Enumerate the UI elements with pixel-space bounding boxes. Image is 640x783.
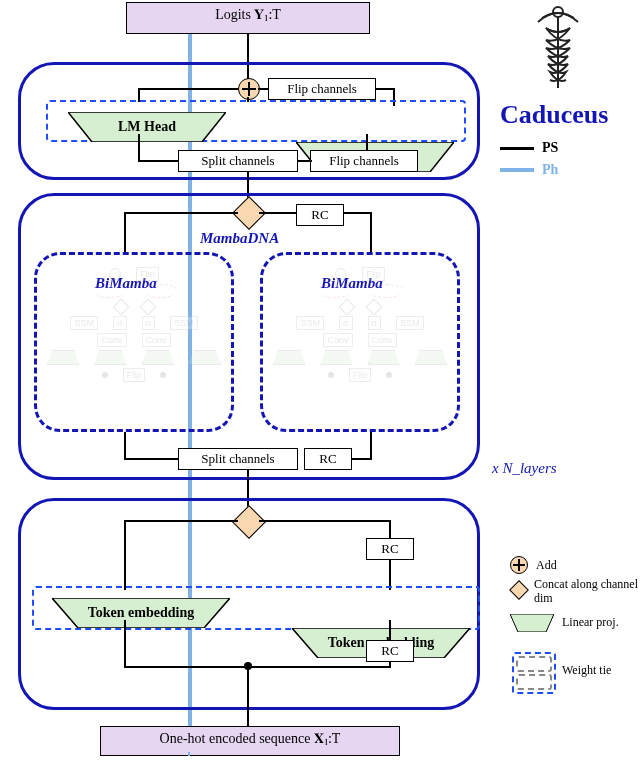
repeat-label: x N_layers bbox=[492, 460, 557, 477]
caduceus-title: Caduceus bbox=[500, 100, 608, 130]
rc-bottom-mamba: RC bbox=[304, 448, 352, 470]
wire bbox=[376, 88, 394, 90]
wire bbox=[124, 458, 178, 460]
weight-tie-icon bbox=[510, 650, 554, 692]
onehot-label: One-hot encoded sequence 𝐗₁:T bbox=[160, 731, 341, 746]
onehot-box: One-hot encoded sequence 𝐗₁:T bbox=[100, 726, 400, 756]
legend-ph: Ph bbox=[500, 162, 558, 178]
rc-top: RC bbox=[296, 204, 344, 226]
wire bbox=[124, 520, 126, 590]
wire bbox=[389, 520, 391, 538]
legend-linear: Linear proj. bbox=[510, 614, 632, 632]
wire bbox=[370, 432, 372, 458]
token-emb-weight-tie-group: Token embedding Token embedding bbox=[32, 586, 480, 630]
wire bbox=[370, 212, 372, 254]
linear-proj-icon bbox=[510, 614, 554, 632]
wire bbox=[124, 620, 126, 666]
bimamba-left: BiMamba Flip SSMσσSSM ConvConv Flip bbox=[34, 252, 234, 432]
wire bbox=[124, 212, 126, 254]
caduceus-symbol bbox=[518, 4, 598, 94]
wire bbox=[366, 134, 368, 150]
legend-weight-tie: Weight tie bbox=[510, 650, 632, 692]
wire bbox=[247, 97, 249, 102]
wire bbox=[138, 160, 178, 162]
wire bbox=[138, 88, 140, 102]
wire bbox=[124, 212, 238, 214]
legend-concat: Concat along channel dim bbox=[510, 578, 638, 606]
bimamba-right: BiMamba Flip SSMσσSSM ConvConv Flip bbox=[260, 252, 460, 432]
wire bbox=[138, 134, 140, 160]
diagram-canvas: Logits 𝐘₁:T Flip channels LM Head LM Hea… bbox=[0, 0, 640, 783]
wire bbox=[389, 620, 391, 640]
svg-marker-6 bbox=[510, 614, 554, 632]
wire bbox=[298, 160, 312, 162]
lmhead-weight-tie-group: LM Head LM Head bbox=[46, 100, 466, 142]
wire bbox=[258, 88, 268, 90]
ph-line-icon bbox=[500, 168, 534, 172]
lm-head-left: LM Head bbox=[68, 112, 226, 142]
wire bbox=[124, 432, 126, 458]
wire bbox=[138, 88, 238, 90]
token-embedding-left: Token embedding bbox=[52, 598, 230, 628]
split-channels-mamba: Split channels bbox=[178, 448, 298, 470]
split-channels-top: Split channels bbox=[178, 150, 298, 172]
wire bbox=[259, 212, 297, 214]
wire bbox=[344, 212, 372, 214]
wire bbox=[350, 458, 372, 460]
rc-bottom-bottom: RC bbox=[366, 640, 414, 662]
add-icon bbox=[238, 78, 260, 100]
mambadna-title: MambaDNA bbox=[200, 230, 279, 247]
flip-channels-bottom: Flip channels bbox=[310, 150, 418, 172]
bimamba-internal-ghost: Flip SSMσσSSM ConvConv Flip bbox=[273, 267, 447, 419]
legend-add: Add bbox=[510, 556, 557, 574]
legend-ps: PS bbox=[500, 140, 558, 156]
ps-line-icon bbox=[500, 147, 534, 150]
bimamba-internal-ghost: Flip SSMσσSSM ConvConv Flip bbox=[47, 267, 221, 419]
rc-top-bottom: RC bbox=[366, 538, 414, 560]
wire bbox=[366, 666, 391, 668]
logits-label: Logits 𝐘₁:T bbox=[215, 7, 281, 22]
wire bbox=[259, 520, 391, 522]
ph-line-join bbox=[188, 752, 190, 756]
wire bbox=[247, 666, 249, 726]
flip-channels-top: Flip channels bbox=[268, 78, 376, 100]
add-icon bbox=[510, 556, 528, 574]
concat-icon bbox=[509, 580, 529, 600]
logits-box: Logits 𝐘₁:T bbox=[126, 2, 370, 34]
wire bbox=[124, 520, 238, 522]
